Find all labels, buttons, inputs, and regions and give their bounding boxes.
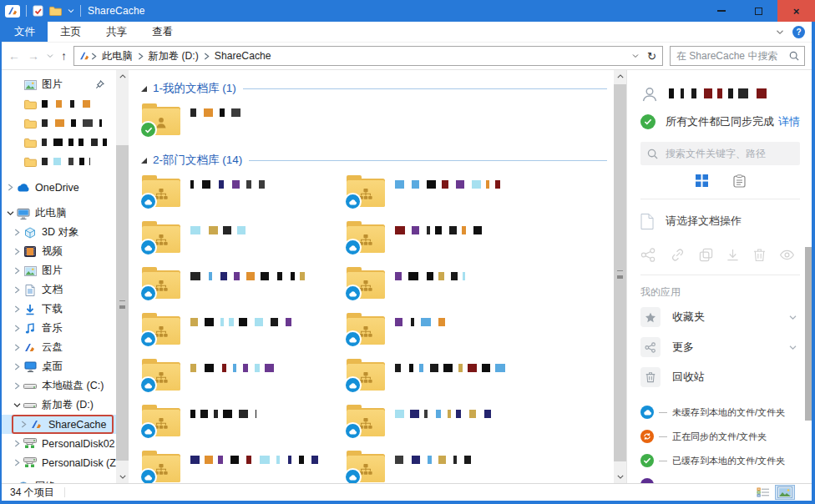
- sidebar-item-redacted-2[interactable]: [2, 113, 116, 133]
- sidebar-item-pictures-quick[interactable]: 图片: [2, 75, 116, 94]
- close-button[interactable]: ×: [777, 0, 815, 22]
- sidebar-item-music[interactable]: 音乐: [2, 319, 116, 338]
- folder-item[interactable]: [142, 174, 347, 212]
- chevron-down-icon: [5, 210, 16, 216]
- panel-scrollbar-thumb[interactable]: [805, 247, 812, 421]
- folder-item[interactable]: [142, 357, 347, 396]
- folder-icon[interactable]: [49, 6, 62, 16]
- scrollbar-track[interactable]: [116, 83, 129, 471]
- scroll-down-icon[interactable]: [614, 471, 626, 483]
- sidebar-item-redacted-3[interactable]: [2, 133, 116, 152]
- chevron-down-icon[interactable]: [789, 345, 797, 350]
- maximize-button[interactable]: [740, 0, 777, 22]
- folder-item[interactable]: [142, 265, 347, 304]
- trash-icon[interactable]: [753, 248, 766, 262]
- panel-search-box[interactable]: [640, 142, 800, 165]
- partial-badge-icon: [640, 478, 654, 483]
- sidebar-item-network[interactable]: 网络: [2, 477, 116, 483]
- folder-item[interactable]: [142, 219, 347, 258]
- sidebar-item-personaldisk02[interactable]: PersonalDisk02: [2, 434, 116, 453]
- sidebar-item-sharecache[interactable]: ShareCache: [2, 415, 116, 434]
- explorer-search-box[interactable]: [670, 46, 805, 66]
- minimize-button[interactable]: [702, 0, 740, 22]
- sidebar-item-documents[interactable]: 文档: [2, 280, 116, 300]
- folder-item[interactable]: [347, 449, 551, 483]
- breadcrumb-item[interactable]: ShareCache: [210, 50, 276, 62]
- scrollbar-thumb[interactable]: [116, 145, 129, 461]
- tab-view[interactable]: 查看: [139, 22, 185, 42]
- sidebar-item-pictures[interactable]: 图片: [2, 261, 116, 280]
- refresh-icon[interactable]: ↻: [647, 50, 656, 63]
- sidebar-item-redacted-1[interactable]: [2, 94, 116, 113]
- tab-share[interactable]: 共享: [94, 22, 139, 42]
- folder-item[interactable]: [347, 174, 551, 212]
- sync-detail-link[interactable]: 详情: [778, 114, 800, 129]
- sidebar-item-redacted-4[interactable]: [2, 152, 116, 171]
- folder-item[interactable]: [142, 403, 347, 441]
- up-button[interactable]: ↑: [61, 49, 67, 63]
- properties-check-icon[interactable]: [33, 5, 43, 17]
- folder-item[interactable]: [142, 449, 347, 483]
- folder-item[interactable]: [347, 265, 551, 304]
- sidebar-item-onedrive[interactable]: OneDrive: [2, 178, 116, 197]
- toolbar-dropdown-icon[interactable]: [68, 8, 74, 13]
- user-account[interactable]: [640, 85, 800, 103]
- search-icon[interactable]: [789, 51, 799, 61]
- back-button[interactable]: ←: [8, 49, 20, 63]
- grid-view-icon[interactable]: [696, 174, 708, 189]
- recent-locations-icon[interactable]: [47, 53, 53, 58]
- group-header[interactable]: 1-我的文档库 (1): [140, 82, 614, 95]
- chevron-right-icon: [12, 248, 23, 255]
- breadcrumb-item[interactable]: 新加卷 (D:): [144, 49, 203, 63]
- chevron-down-icon[interactable]: [789, 315, 797, 320]
- scroll-up-icon[interactable]: [116, 70, 129, 83]
- task-list-icon[interactable]: [733, 174, 746, 190]
- copy-icon[interactable]: [699, 248, 713, 262]
- main-scrollbar[interactable]: [614, 70, 626, 483]
- explorer-search-input[interactable]: [671, 50, 789, 62]
- sidebar-item-new-volume-d[interactable]: 新加卷 (D:): [2, 396, 116, 415]
- sidebar-item-personaldisk-z[interactable]: PersonalDisk (Z: [2, 453, 116, 472]
- sidebar-item-3d-objects[interactable]: 3D 对象: [2, 223, 116, 242]
- sidebar-item-videos[interactable]: 视频: [2, 242, 116, 261]
- folder-item[interactable]: [347, 403, 551, 441]
- redacted-text: [190, 272, 309, 280]
- help-icon[interactable]: ?: [792, 26, 805, 38]
- folder-item[interactable]: [347, 311, 551, 350]
- forward-button[interactable]: →: [28, 49, 39, 63]
- sidebar-item-local-disk-c[interactable]: 本地磁盘 (C:): [2, 376, 116, 396]
- sidebar-item-cloud-drive[interactable]: 云盘: [2, 338, 116, 357]
- link-icon[interactable]: [670, 247, 686, 263]
- app-row-more[interactable]: 更多: [640, 337, 800, 357]
- scroll-up-icon[interactable]: [614, 70, 626, 83]
- folder-item[interactable]: [347, 219, 551, 258]
- address-bar[interactable]: 此电脑新加卷 (D:)ShareCache ↻: [73, 46, 663, 66]
- sidebar-item-label: 网络: [35, 480, 56, 483]
- sidebar-scrollbar[interactable]: [116, 70, 129, 483]
- eye-icon[interactable]: [779, 249, 795, 260]
- sidebar-item-this-pc[interactable]: 此电脑: [2, 204, 116, 223]
- folder-item[interactable]: [142, 102, 347, 140]
- tab-home[interactable]: 主页: [48, 22, 94, 42]
- address-dropdown-icon[interactable]: [632, 53, 639, 58]
- sidebar-item-downloads[interactable]: 下载: [2, 300, 116, 319]
- app-row-recycle-bin[interactable]: 回收站: [640, 367, 800, 387]
- scrollbar-track[interactable]: [614, 83, 626, 471]
- breadcrumb-item[interactable]: 此电脑: [98, 49, 137, 63]
- scrollbar-thumb[interactable]: [614, 84, 626, 461]
- details-view-icon[interactable]: [753, 485, 773, 500]
- folder-item[interactable]: [142, 311, 347, 350]
- folder-item[interactable]: [347, 357, 551, 396]
- tab-file[interactable]: 文件: [2, 22, 48, 42]
- ribbon-expand-icon[interactable]: [776, 29, 784, 35]
- panel-search-input[interactable]: [664, 147, 793, 160]
- share-icon[interactable]: [640, 248, 656, 262]
- group-header[interactable]: 2-部门文档库 (14): [140, 154, 614, 167]
- scroll-down-icon[interactable]: [116, 471, 129, 483]
- download-icon[interactable]: [726, 248, 740, 262]
- app-row-favorites[interactable]: 收藏夹: [640, 307, 800, 327]
- thumbnail-view-icon[interactable]: [775, 485, 795, 500]
- window-controls: ×: [702, 0, 815, 22]
- anyshare-app-icon[interactable]: [5, 5, 20, 18]
- sidebar-item-desktop[interactable]: 桌面: [2, 357, 116, 376]
